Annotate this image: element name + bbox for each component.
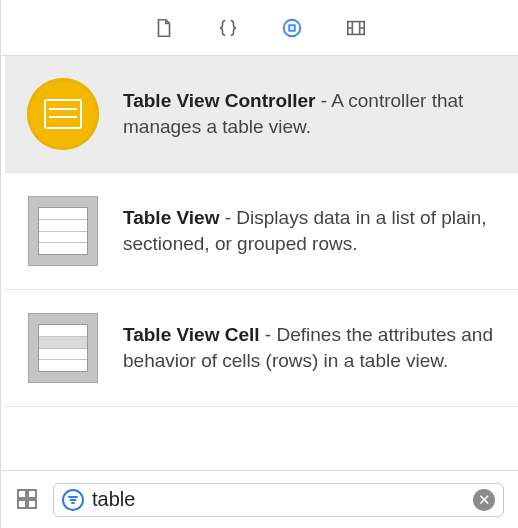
svg-rect-9 [18,500,26,508]
object-icon [281,17,303,39]
filter-input[interactable] [92,488,465,511]
library-item-text: Table View - Displays data in a list of … [123,205,498,256]
media-library-tab[interactable] [344,16,368,40]
library-item-text: Table View Controller - A controller tha… [123,88,498,139]
svg-rect-10 [28,500,36,508]
filter-field[interactable]: ✕ [53,483,504,517]
code-snippet-tab[interactable] [216,16,240,40]
view-mode-toggle[interactable] [15,487,41,513]
thumb-table-view-controller-icon [27,78,99,150]
object-library-panel: Table View Controller - A controller tha… [0,0,518,528]
object-list: Table View Controller - A controller tha… [1,56,518,470]
file-template-tab[interactable] [152,16,176,40]
library-item-table-view-controller[interactable]: Table View Controller - A controller tha… [5,56,518,173]
close-icon: ✕ [478,492,491,507]
svg-point-0 [283,19,300,36]
filter-icon [62,489,84,511]
object-library-tab[interactable] [280,16,304,40]
svg-rect-7 [18,490,26,498]
clear-filter-button[interactable]: ✕ [473,489,495,511]
thumb-table-view-cell-icon [27,312,99,384]
braces-icon [217,17,239,39]
svg-rect-1 [289,25,295,31]
media-icon [345,17,367,39]
library-item-title: Table View Controller [123,90,316,111]
library-item-title: Table View Cell [123,324,260,345]
thumb-table-view-icon [27,195,99,267]
library-item-table-view-cell[interactable]: Table View Cell - Defines the attributes… [5,290,518,407]
grid-icon [15,487,41,511]
library-item-text: Table View Cell - Defines the attributes… [123,322,498,373]
library-item-table-view[interactable]: Table View - Displays data in a list of … [5,173,518,290]
library-tab-bar [1,0,518,56]
library-item-title: Table View [123,207,219,228]
document-icon [153,17,175,39]
filter-bar: ✕ [1,470,518,528]
svg-rect-8 [28,490,36,498]
